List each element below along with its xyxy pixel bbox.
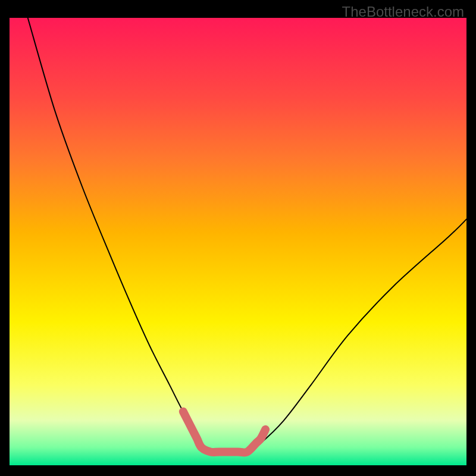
bottleneck-curve: [28, 18, 466, 453]
plot-area: [10, 18, 466, 465]
highlight-band: [183, 412, 265, 453]
curve-layer: [10, 18, 466, 465]
chart-frame: TheBottleneck.com: [10, 1, 466, 465]
